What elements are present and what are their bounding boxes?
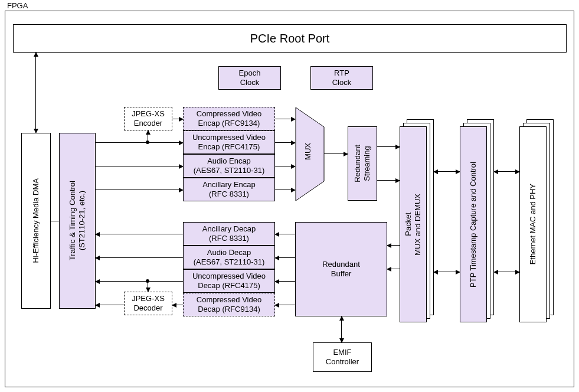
ptp-timestamp-label: PTP Timestamp Capture and Control xyxy=(469,162,478,288)
compressed-video-encap-label: Compressed Video Encap (RFC9134) xyxy=(197,109,261,129)
arrow-pcie-mediadma xyxy=(35,53,36,133)
emif-controller: EMIF Controller xyxy=(313,342,372,372)
arrow-cviddecap-jpegdec xyxy=(172,305,183,305)
rtp-clock-label: RTP Clock xyxy=(332,68,352,88)
arrow-ancdecap-traffic xyxy=(96,234,183,234)
ancillary-decap: Ancillary Decap (RFC 8331) xyxy=(183,222,275,246)
diagram-canvas: FPGA PCIe Root Port Epoch Clock RTP Cloc… xyxy=(0,0,579,392)
arrow-redbuf-cviddecap xyxy=(275,305,295,305)
traffic-timing-control: Traffic & Timing Control (ST2110-21, etc… xyxy=(59,133,96,309)
redundant-buffer: Redundant Buffer xyxy=(295,222,387,316)
compressed-video-decap-label: Compressed Video Decap (RFC9134) xyxy=(197,295,261,315)
arrow-redbuf-emif xyxy=(341,316,342,342)
ptp-timestamp: PTP Timestamp Capture and Control xyxy=(460,126,487,322)
jpeg-xs-decoder: JPEG-XS Decoder xyxy=(124,292,172,315)
arrow-ptp-eth-2 xyxy=(494,272,519,272)
packet-mux-demux-label: Packet MUX and DEMUX xyxy=(404,194,423,256)
jpeg-xs-encoder: JPEG-XS Encoder xyxy=(124,107,172,130)
arrow-uvidencap-mux xyxy=(275,142,295,143)
arrow-redbuf-ancdecap xyxy=(275,234,295,234)
epoch-clock: Epoch Clock xyxy=(218,66,281,90)
arrow-jpegenc-cvidencap xyxy=(172,119,183,119)
packet-mux-demux: Packet MUX and DEMUX xyxy=(400,126,427,322)
rtp-clock: RTP Clock xyxy=(310,66,373,90)
audio-encap-label: Audio Encap (AES67, ST2110-31) xyxy=(194,156,265,176)
ethernet-label: Ethernet MAC and PHY xyxy=(528,184,538,264)
media-dma-label: Hi-Efficiency Media DMA xyxy=(31,178,41,263)
junction-dot-decap xyxy=(146,279,149,283)
traffic-timing-label: Traffic & Timing Control (ST2110-21, etc… xyxy=(68,181,87,260)
arrow-traffic-anc-encap xyxy=(96,190,183,190)
uncompressed-video-decap: Uncompressed Video Decap (RFC4175) xyxy=(183,269,275,293)
arrow-dma-traffic xyxy=(51,221,59,221)
mux-label: MUX xyxy=(303,143,312,162)
arrow-uviddecap-traffic xyxy=(96,281,183,282)
ancillary-decap-label: Ancillary Decap (RFC 8331) xyxy=(202,224,256,244)
arrow-redundant-pktmux-2 xyxy=(377,180,400,181)
compressed-video-decap: Compressed Video Decap (RFC9134) xyxy=(183,293,275,316)
arrow-pktmux-ptp-2 xyxy=(434,272,460,272)
media-dma: Hi-Efficiency Media DMA xyxy=(21,133,51,309)
compressed-video-encap: Compressed Video Encap (RFC9134) xyxy=(183,107,275,130)
arrow-ptp-eth-1 xyxy=(494,171,519,172)
uncompressed-video-decap-label: Uncompressed Video Decap (RFC4175) xyxy=(192,272,266,291)
redundant-streaming: Redundant Streaming xyxy=(348,126,377,201)
arrow-cvidencap-mux xyxy=(275,119,295,119)
uncompressed-video-encap: Uncompressed Video Encap (RFC4175) xyxy=(183,130,275,154)
emif-controller-label: EMIF Controller xyxy=(326,348,359,367)
audio-decap-label: Audio Decap (AES67, ST2110-31) xyxy=(194,248,265,267)
epoch-clock-label: Epoch Clock xyxy=(239,68,261,88)
pcie-label: PCIe Root Port xyxy=(250,31,330,46)
uncompressed-video-encap-label: Uncompressed Video Encap (RFC4175) xyxy=(192,133,266,152)
arrow-traffic-audio-encap xyxy=(96,166,183,166)
audio-encap: Audio Encap (AES67, ST2110-31) xyxy=(183,154,275,178)
arrow-redundant-pktmux-1 xyxy=(377,146,400,147)
arrow-mux-redundant xyxy=(324,153,348,154)
jpeg-xs-encoder-label: JPEG-XS Encoder xyxy=(132,109,165,129)
redundant-streaming-label: Redundant Streaming xyxy=(353,145,372,182)
ethernet-mac-phy: Ethernet MAC and PHY xyxy=(519,126,547,322)
arrow-traffic-uvid-encap xyxy=(96,142,183,143)
arrow-pktmux-redbuf-2 xyxy=(387,269,400,269)
jpeg-xs-decoder-label: JPEG-XS Decoder xyxy=(132,294,165,313)
arrow-audencap-mux xyxy=(275,166,295,166)
arrow-ancencap-mux xyxy=(275,190,295,190)
audio-decap: Audio Decap (AES67, ST2110-31) xyxy=(183,246,275,269)
arrow-branch-jpeg-enc xyxy=(148,130,148,142)
ancillary-encap: Ancillary Encap (RFC 8331) xyxy=(183,178,275,201)
redundant-buffer-label: Redundant Buffer xyxy=(322,260,360,279)
pcie-root-port: PCIe Root Port xyxy=(13,24,567,53)
arrow-jpegdec-traffic xyxy=(96,305,124,305)
arrow-pktmux-redbuf-1 xyxy=(387,245,400,246)
ancillary-encap-label: Ancillary Encap (RFC 8331) xyxy=(202,180,256,200)
arrow-redbuf-uviddecap xyxy=(275,281,295,282)
arrow-pktmux-ptp-1 xyxy=(434,171,460,172)
fpga-label: FPGA xyxy=(7,1,28,10)
arrow-redbuf-auddecap xyxy=(275,257,295,258)
arrow-auddecap-traffic xyxy=(96,257,183,258)
